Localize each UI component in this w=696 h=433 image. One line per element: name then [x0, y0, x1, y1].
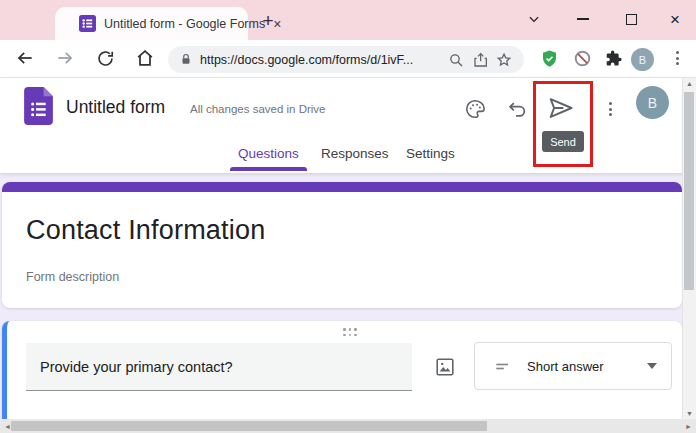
scroll-up-icon[interactable]: ▲ — [684, 78, 695, 89]
browser-tab[interactable]: Untitled form - Google Forms × — [55, 7, 248, 40]
window-maximize-button[interactable] — [619, 8, 643, 30]
bookmark-star-icon[interactable] — [496, 52, 512, 68]
vertical-scrollbar-thumb[interactable] — [684, 92, 694, 290]
form-name-field[interactable]: Untitled form — [66, 97, 165, 118]
home-icon[interactable] — [134, 47, 156, 69]
share-icon[interactable] — [472, 52, 488, 68]
form-title-field[interactable]: Contact Information — [26, 215, 265, 246]
question-text-input[interactable]: Provide your primary contact? — [26, 343, 412, 391]
theme-palette-icon[interactable] — [463, 97, 487, 121]
shield-extension-icon[interactable] — [538, 47, 560, 69]
active-tab-underline — [230, 167, 307, 171]
reload-icon[interactable] — [94, 47, 116, 69]
form-title-card: Contact Information Form description — [2, 182, 682, 308]
dropdown-caret-icon — [647, 363, 657, 369]
tab-responses[interactable]: Responses — [321, 146, 389, 161]
forms-profile-avatar[interactable]: B — [636, 86, 669, 119]
short-answer-icon — [493, 356, 513, 376]
window-chevron-icon[interactable] — [522, 8, 546, 30]
browser-profile-avatar[interactable]: B — [631, 48, 654, 71]
zoom-icon[interactable] — [448, 52, 464, 68]
back-icon[interactable] — [14, 47, 36, 69]
window-close-button[interactable]: × — [663, 8, 687, 30]
browser-menu-kebab-icon[interactable] — [666, 47, 688, 69]
horizontal-scrollbar-thumb[interactable] — [11, 421, 487, 431]
question-card: Provide your primary contact? Short answ… — [2, 321, 682, 433]
question-text: Provide your primary contact? — [40, 359, 233, 375]
window-minimize-button[interactable] — [571, 8, 595, 30]
question-type-label: Short answer — [527, 359, 633, 374]
blocker-extension-icon[interactable] — [571, 47, 593, 69]
tab-title: Untitled form - Google Forms — [104, 17, 265, 31]
form-content-area: Contact Information Form description Pro… — [0, 173, 696, 433]
forms-menu-kebab-icon[interactable] — [598, 97, 622, 121]
add-image-icon[interactable] — [433, 355, 457, 379]
forms-logo-icon[interactable] — [24, 87, 53, 129]
form-description-field[interactable]: Form description — [26, 270, 119, 284]
browser-window: Untitled form - Google Forms × + × https… — [0, 0, 696, 433]
drag-handle[interactable] — [343, 328, 358, 338]
new-tab-button[interactable]: + — [256, 9, 280, 33]
forward-icon[interactable] — [54, 47, 76, 69]
save-status-text: All changes saved in Drive — [190, 103, 326, 115]
lock-icon[interactable] — [180, 53, 192, 66]
annotation-highlight-box — [533, 81, 593, 167]
url-text[interactable]: https://docs.google.com/forms/d/1ivF... — [200, 53, 440, 67]
scroll-down-icon[interactable]: ▼ — [684, 408, 695, 419]
address-bar[interactable]: https://docs.google.com/forms/d/1ivF... — [168, 46, 524, 73]
forms-favicon-icon — [79, 15, 96, 32]
question-type-dropdown[interactable]: Short answer — [474, 342, 672, 390]
scroll-right-icon[interactable]: ► — [683, 421, 694, 432]
extensions-puzzle-icon[interactable] — [602, 47, 624, 69]
tab-questions[interactable]: Questions — [238, 146, 299, 161]
undo-icon[interactable] — [505, 97, 529, 121]
form-theme-banner — [2, 182, 682, 192]
send-tooltip: Send — [542, 131, 584, 152]
tab-settings[interactable]: Settings — [406, 146, 455, 161]
browser-tab-strip: Untitled form - Google Forms × + × — [0, 0, 696, 40]
